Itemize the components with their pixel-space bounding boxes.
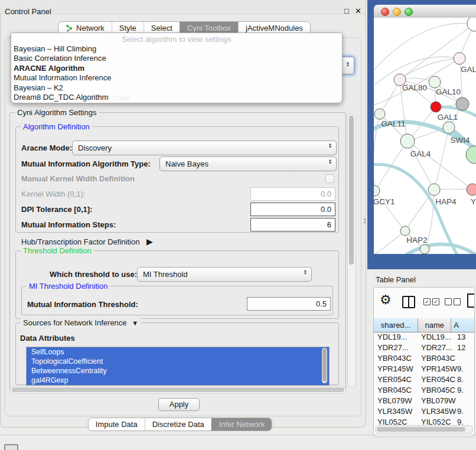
network-node[interactable] [454, 53, 465, 64]
data-attributes-label: Data Attributes [20, 334, 75, 343]
tab-impute-data[interactable]: Impute Data [89, 418, 145, 431]
deselect-all-checks-icon[interactable] [445, 298, 461, 305]
network-node[interactable] [467, 184, 476, 195]
tab-impute-data-label: Impute Data [96, 420, 138, 429]
gear-icon[interactable]: ⚙ [380, 292, 392, 308]
minimize-window-icon[interactable] [393, 8, 401, 16]
network-window-titlebar[interactable] [374, 5, 476, 18]
close-window-icon[interactable] [381, 8, 389, 16]
table-row[interactable]: YER054CYER054C8. [374, 374, 474, 385]
column-header-name[interactable]: name [418, 318, 451, 332]
table-row[interactable]: YBL079WYBL079W [374, 396, 474, 406]
network-node[interactable] [428, 184, 440, 195]
column-header-a[interactable]: A [451, 318, 474, 332]
zoom-window-icon[interactable] [405, 8, 413, 16]
table-cell: 12 [457, 343, 465, 353]
network-node[interactable] [431, 102, 441, 112]
collapsed-panel-button[interactable] [4, 444, 18, 450]
settings-hscrollbar[interactable] [10, 386, 346, 394]
tab-select-label: Select [151, 24, 172, 32]
attributes-vscrollbar[interactable] [322, 348, 327, 383]
algorithm-option[interactable]: Bayesian – K2 [11, 83, 342, 93]
tab-cyni-toolbox-label: Cyni Toolbox [187, 24, 231, 32]
attribute-item[interactable]: gal4RGexp [27, 376, 329, 385]
dpi-tolerance-label: DPI Tolerance [0,1]: [21, 205, 92, 214]
network-node[interactable] [420, 244, 429, 254]
attribute-item[interactable]: SelfLoops [27, 347, 329, 357]
which-threshold-combo[interactable]: MI Threshold ▲▼ [137, 267, 312, 282]
apply-button[interactable]: Apply [158, 398, 200, 411]
document-icon[interactable] [467, 294, 475, 308]
attribute-item[interactable]: TopologicalCoefficient [27, 357, 329, 366]
node-label: GAL [461, 65, 476, 74]
table-cell: YBL079W [377, 396, 412, 406]
network-node[interactable] [466, 146, 476, 164]
spinner-arrows-icon: ▲▼ [346, 61, 350, 67]
settings-vscrollbar-thumb[interactable] [349, 116, 354, 265]
algorithm-option[interactable]: ARACNE Algorithm [11, 64, 342, 73]
select-all-checks-icon[interactable]: ✓✓ [423, 298, 439, 305]
algorithm-option[interactable]: Dream8 DC_TDC Algorithm [11, 93, 342, 102]
hub-definition-label: Hub/Transcription Factor Definition [21, 237, 139, 246]
network-node[interactable] [400, 134, 415, 148]
attributes-vscrollbar-thumb[interactable] [322, 348, 327, 381]
table-hscrollbar[interactable] [375, 425, 473, 433]
node-label: GCY1 [374, 197, 395, 206]
mi-threshold-input[interactable]: 0.5 [247, 297, 331, 311]
mi-steps-input[interactable]: 6 [250, 218, 335, 231]
aracne-mode-combo[interactable]: Discovery ▲▼ [72, 141, 337, 155]
network-canvas[interactable]: GALGAL80GAL10GAL1GAL11SWI4GAL4GCY1HAP4YH… [374, 18, 476, 254]
attribute-item[interactable]: BetweennessCentrality [27, 366, 329, 376]
hub-definition-toggle[interactable]: Hub/Transcription Factor Definition ▶ [21, 237, 153, 246]
control-panel-title: Control Panel [5, 7, 51, 16]
expand-arrow-icon[interactable]: ▶ [146, 237, 153, 246]
algorithm-option[interactable]: Bayesian – Hill Climbing [11, 44, 342, 54]
tab-infer-network[interactable]: Infer Network [211, 418, 272, 431]
collapse-arrow-icon[interactable]: ▼ [132, 319, 138, 327]
data-attributes-list[interactable]: SelfLoopsTopologicalCoefficientBetweenne… [26, 347, 330, 386]
table-row[interactable]: YBR045CYBR045C9. [374, 385, 474, 396]
table-cell: YDL19... [421, 332, 451, 343]
kernel-width-input[interactable]: 0.0 [250, 187, 335, 201]
table-hscrollbar-thumb[interactable] [377, 427, 465, 432]
network-node[interactable] [429, 76, 441, 88]
network-node[interactable] [443, 122, 455, 133]
combo-arrows-icon: ▲▼ [328, 159, 332, 165]
columns-icon[interactable] [402, 296, 415, 308]
mi-type-combo[interactable]: Naive Bayes ▲▼ [159, 156, 337, 171]
table-cell: YLR345W [421, 406, 456, 417]
sources-title-row[interactable]: Sources for Network Inference ▼ [21, 318, 141, 327]
network-node[interactable] [374, 185, 380, 196]
algorithm-option[interactable]: Basic Correlation Inference [11, 54, 342, 63]
column-header-shared[interactable]: shared... [374, 318, 418, 332]
float-panel-icon[interactable]: □ [344, 7, 349, 15]
algorithm-option[interactable]: Mutual Information Inference [11, 73, 342, 83]
table-cell: YBL079W [421, 396, 456, 406]
dpi-tolerance-input[interactable]: 0.0 [250, 203, 335, 216]
table-panel-title: Table Panel [376, 275, 416, 284]
settings-vscrollbar[interactable] [347, 113, 356, 387]
network-node[interactable] [456, 97, 469, 110]
panel-splitter[interactable] [363, 217, 366, 224]
tab-discretize-data[interactable]: Discretize Data [145, 418, 211, 431]
table-row[interactable]: YPR145WYPR145W9. [374, 364, 474, 374]
mi-type-label: Mutual Information Algorithm Type: [21, 159, 151, 168]
which-threshold-value: MI Threshold [143, 270, 188, 279]
manual-kernel-checkbox[interactable] [325, 174, 334, 183]
table-cell: YER054C [421, 374, 455, 385]
table-row[interactable]: YBR043CYBR043C [374, 353, 474, 364]
network-node[interactable] [400, 226, 410, 236]
settings-hscrollbar-thumb[interactable] [12, 387, 344, 392]
table-panel: ⚙ ✓✓ shared... name A YDL19...YDL19...13… [373, 287, 475, 437]
table-row[interactable]: YDL19...YDL19...13 [374, 332, 474, 343]
close-panel-icon[interactable]: ✕ [355, 7, 361, 15]
table-body: YDL19...YDL19...13YDR27...YDR27...12YBR0… [374, 332, 474, 428]
network-node[interactable] [467, 18, 476, 31]
node-label: HAP4 [435, 197, 457, 206]
table-row[interactable]: YDR27...YDR27...12 [374, 343, 474, 353]
network-node[interactable] [374, 109, 385, 119]
node-label: Y [471, 197, 476, 206]
bottom-tabs: Impute Data Discretize Data Infer Networ… [88, 418, 272, 431]
tab-infer-network-label: Infer Network [219, 420, 265, 429]
table-row[interactable]: YLR345WYLR345W9. [374, 406, 474, 417]
